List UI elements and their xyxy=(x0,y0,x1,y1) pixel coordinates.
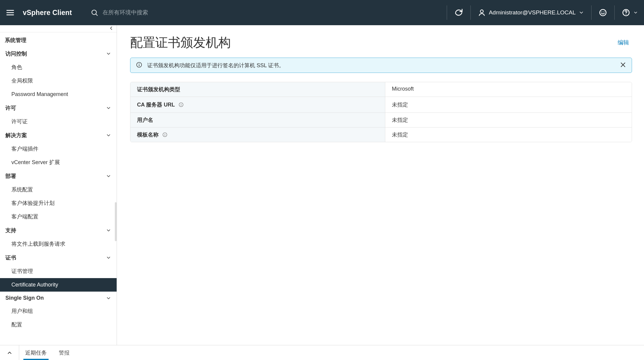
config-value-cell: 未指定 xyxy=(385,112,632,127)
main-content: 配置证书颁发机构 编辑 证书颁发机构功能仅适用于进行签名的计算机 SSL 证书。… xyxy=(117,25,644,345)
chevron-down-icon xyxy=(106,173,111,179)
config-label-text: 用户名 xyxy=(137,116,153,124)
config-label-cell: 证书颁发机构类型 xyxy=(130,82,385,97)
bottom-bar-expand[interactable] xyxy=(0,345,19,360)
config-label-cell: CA 服务器 URL xyxy=(130,97,385,112)
sidebar-nav: 访问控制角色全局权限Password Management许可许可证解决方案客户… xyxy=(0,47,117,332)
config-value-cell: Microsoft xyxy=(385,82,632,97)
nav-item[interactable]: 角色 xyxy=(0,61,117,74)
nav-item[interactable]: 客户端插件 xyxy=(0,142,117,156)
table-row: 用户名未指定 xyxy=(130,112,632,127)
nav-heading-label: 解决方案 xyxy=(5,132,27,139)
nav-section-heading[interactable]: 部署 xyxy=(0,169,117,183)
header-left: vSphere Client xyxy=(4,7,216,19)
nav-heading-label: 访问控制 xyxy=(5,50,27,57)
config-label-cell: 用户名 xyxy=(130,112,385,127)
info-icon[interactable] xyxy=(178,102,184,107)
smiley-icon xyxy=(599,8,607,17)
header-separator xyxy=(614,5,615,20)
nav-heading-label: 支持 xyxy=(5,227,16,234)
user-menu[interactable]: Administrator@VSPHERE.LOCAL xyxy=(476,9,586,16)
nav-heading-label: 证书 xyxy=(5,254,16,261)
config-label-cell: 模板名称 xyxy=(130,127,385,142)
help-menu[interactable] xyxy=(620,8,640,17)
svg-point-14 xyxy=(165,134,165,134)
config-table: 证书颁发机构类型MicrosoftCA 服务器 URL未指定用户名未指定模板名称… xyxy=(130,82,632,142)
table-row: 证书颁发机构类型Microsoft xyxy=(130,82,632,97)
header-bar: vSphere Client Administrator@VSPHERE.LOC… xyxy=(0,0,644,25)
chevron-down-icon xyxy=(106,105,111,111)
nav-section-heading[interactable]: 许可 xyxy=(0,101,117,115)
search-input[interactable] xyxy=(103,9,216,16)
nav-item[interactable]: 配置 xyxy=(0,318,117,332)
nav-item[interactable]: 客户体验提升计划 xyxy=(0,196,117,210)
table-row: 模板名称未指定 xyxy=(130,127,632,142)
sidebar-collapse-button[interactable] xyxy=(109,26,114,32)
search-icon xyxy=(91,9,98,16)
refresh-icon xyxy=(454,8,463,17)
nav-item[interactable]: Password Management xyxy=(0,88,117,101)
body: 系统管理 访问控制角色全局权限Password Management许可许可证解… xyxy=(0,25,644,345)
feedback-button[interactable] xyxy=(597,8,609,17)
nav-heading-label: 许可 xyxy=(5,104,16,112)
svg-point-2 xyxy=(600,10,606,16)
svg-point-6 xyxy=(626,14,627,15)
config-value-cell: 未指定 xyxy=(385,127,632,142)
main-header: 配置证书颁发机构 编辑 xyxy=(130,34,632,51)
svg-rect-9 xyxy=(139,64,139,66)
svg-point-8 xyxy=(139,63,139,64)
table-row: CA 服务器 URL未指定 xyxy=(130,97,632,112)
info-icon[interactable] xyxy=(162,132,168,137)
nav-section-heading[interactable]: 解决方案 xyxy=(0,128,117,142)
nav-item[interactable]: 系统配置 xyxy=(0,183,117,196)
nav-item[interactable]: vCenter Server 扩展 xyxy=(0,156,117,169)
sidebar-title: 系统管理 xyxy=(0,32,117,47)
header-separator xyxy=(591,5,592,20)
hamburger-icon xyxy=(6,8,15,17)
page-title: 配置证书颁发机构 xyxy=(130,34,231,51)
svg-rect-15 xyxy=(165,134,165,136)
header-right: Administrator@VSPHERE.LOCAL xyxy=(441,5,640,20)
nav-item[interactable]: Certificate Authority xyxy=(0,278,117,292)
bottom-bar-tabs: 近期任务警报 xyxy=(19,345,76,360)
nav-item[interactable]: 证书管理 xyxy=(0,265,117,278)
nav-item[interactable]: 用户和组 xyxy=(0,304,117,318)
brand-title: vSphere Client xyxy=(23,9,72,17)
hamburger-menu-button[interactable] xyxy=(4,7,16,19)
sidebar-scrollbar[interactable] xyxy=(115,202,117,241)
svg-point-1 xyxy=(481,10,484,13)
edit-button[interactable]: 编辑 xyxy=(618,39,629,46)
info-banner: 证书颁发机构功能仅适用于进行签名的计算机 SSL 证书。 xyxy=(130,58,632,73)
nav-item[interactable]: 客户端配置 xyxy=(0,210,117,224)
chevron-left-icon xyxy=(109,26,114,31)
sidebar: 系统管理 访问控制角色全局权限Password Management许可许可证解… xyxy=(0,25,117,345)
nav-section-heading[interactable]: 访问控制 xyxy=(0,47,117,61)
chevron-down-icon xyxy=(106,255,111,260)
config-value-cell: 未指定 xyxy=(385,97,632,112)
nav-heading-label: Single Sign On xyxy=(5,295,44,301)
config-label-text: 证书颁发机构类型 xyxy=(137,86,180,93)
refresh-button[interactable] xyxy=(452,8,465,17)
info-banner-text: 证书颁发机构功能仅适用于进行签名的计算机 SSL 证书。 xyxy=(147,62,615,69)
nav-section-heading[interactable]: Single Sign On xyxy=(0,292,117,304)
global-search[interactable] xyxy=(91,9,216,16)
user-label: Administrator@VSPHERE.LOCAL xyxy=(489,9,576,16)
bottom-bar-tab[interactable]: 近期任务 xyxy=(19,345,53,360)
info-banner-close[interactable] xyxy=(620,62,626,69)
nav-item[interactable]: 将文件上载到服务请求 xyxy=(0,237,117,251)
header-separator xyxy=(470,5,471,20)
help-icon xyxy=(622,8,630,17)
svg-point-11 xyxy=(181,104,182,104)
nav-item[interactable]: 全局权限 xyxy=(0,74,117,88)
nav-section-heading[interactable]: 支持 xyxy=(0,224,117,237)
config-label-text: CA 服务器 URL xyxy=(137,101,175,108)
chevron-down-icon xyxy=(106,228,111,233)
chevron-down-icon xyxy=(579,10,584,15)
svg-point-4 xyxy=(604,11,604,12)
chevron-down-icon xyxy=(106,133,111,138)
nav-section-heading[interactable]: 证书 xyxy=(0,251,117,265)
nav-item[interactable]: 许可证 xyxy=(0,115,117,128)
bottom-bar-tab[interactable]: 警报 xyxy=(53,345,76,360)
sidebar-collapse-row xyxy=(0,25,117,32)
user-icon xyxy=(478,9,486,16)
